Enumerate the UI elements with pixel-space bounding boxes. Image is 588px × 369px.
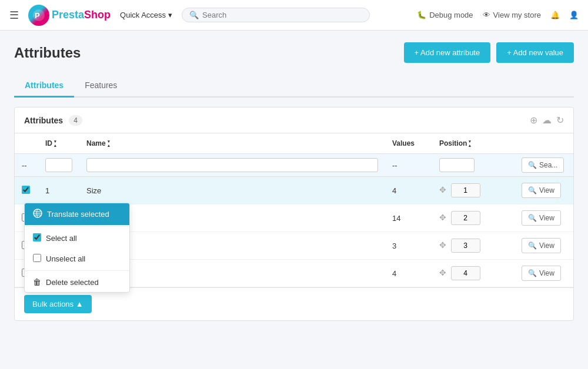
unselect-all-item[interactable]: Unselect all <box>25 249 129 269</box>
search-input[interactable] <box>202 11 362 19</box>
filter-search-button[interactable]: 🔍 Sea... <box>522 157 564 173</box>
add-new-value-button[interactable]: + Add new value <box>496 42 574 63</box>
user-menu-button[interactable]: 👤 <box>569 11 579 19</box>
debug-mode-button[interactable]: 🐛 Debug mode <box>417 11 473 19</box>
view-store-button[interactable]: 👁 View my store <box>483 11 541 19</box>
row-1-name: Size <box>79 177 385 204</box>
checkbox-unchecked-icon <box>33 254 41 264</box>
search-icon: 🔍 <box>189 11 199 19</box>
filter-id-cell[interactable] <box>38 154 79 177</box>
select-all-label: Select all <box>46 234 77 243</box>
drag-handle-icon[interactable]: ✥ <box>439 240 446 250</box>
position-input-1[interactable] <box>451 183 480 197</box>
row-4-position: ✥ <box>432 260 514 287</box>
dropdown-divider-2 <box>25 270 129 271</box>
position-sort-icons: ▾▴ <box>469 139 471 147</box>
row-2-position: ✥ <box>432 204 514 232</box>
table-header-icons: ⊕ ☁ ↻ <box>530 115 564 126</box>
page-header: Attributes + Add new attribute + Add new… <box>14 42 574 63</box>
filter-name-cell[interactable] <box>79 154 385 177</box>
values-header: Values <box>385 133 432 154</box>
logo-icon: P <box>28 5 49 26</box>
filter-row: -- -- 🔍 <box>15 154 573 177</box>
view-button-2[interactable]: 🔍 View <box>522 210 561 226</box>
checkbox-checked-icon <box>33 233 41 243</box>
row-1-actions: 🔍 View <box>514 177 573 204</box>
view-button-4[interactable]: 🔍 View <box>522 266 561 281</box>
row-2-values: 14 <box>385 204 432 232</box>
table-card-header: Attributes 4 ⊕ ☁ ↻ <box>15 108 573 133</box>
tab-features[interactable]: Features <box>74 75 128 98</box>
filter-name-input[interactable] <box>86 158 378 172</box>
bulk-actions-dropdown: Translate selected Select all Unselect <box>24 203 130 293</box>
name-header[interactable]: Name ▾▴ <box>79 133 385 154</box>
filter-position-input[interactable] <box>439 158 475 172</box>
row-2-actions: 🔍 View <box>514 204 573 232</box>
drag-handle-icon[interactable]: ✥ <box>439 185 446 194</box>
view-button-3[interactable]: 🔍 View <box>522 238 561 253</box>
chevron-down-icon: ▾ <box>168 11 172 19</box>
svg-text:P: P <box>35 11 40 20</box>
tab-attributes[interactable]: Attributes <box>14 75 74 98</box>
row-4-values: 4 <box>385 260 432 287</box>
row-4-actions: 🔍 View <box>514 260 573 287</box>
drag-handle-icon[interactable]: ✥ <box>439 213 446 222</box>
bulk-actions-bar: Translate selected Select all Unselect <box>15 287 573 320</box>
filter-search-cell[interactable]: 🔍 Sea... <box>514 154 573 177</box>
table-card: Attributes 4 ⊕ ☁ ↻ ID ▾▴ <box>14 107 574 321</box>
filter-checkbox-cell: -- <box>15 154 38 177</box>
row-1-checkbox-cell[interactable] <box>15 177 38 204</box>
bulk-actions-button[interactable]: Bulk actions ▲ <box>24 295 92 313</box>
id-header[interactable]: ID ▾▴ <box>38 133 79 154</box>
translate-selected-item[interactable]: Translate selected <box>25 203 129 225</box>
debug-mode-label: Debug mode <box>429 11 473 19</box>
filter-id-input[interactable] <box>45 158 72 172</box>
row-1-values: 4 <box>385 177 432 204</box>
quick-access-label: Quick Access <box>120 11 166 19</box>
row-1-checkbox[interactable] <box>22 186 30 194</box>
filter-values-dash: -- <box>392 161 397 170</box>
translate-selected-label: Translate selected <box>47 210 109 219</box>
table-card-title: Attributes <box>24 116 63 125</box>
view-icon-3: 🔍 <box>528 241 537 250</box>
eye-icon: 👁 <box>483 11 490 19</box>
filter-dash: -- <box>22 161 27 170</box>
select-all-item[interactable]: Select all <box>25 228 129 249</box>
search-icon: 🔍 <box>528 161 537 169</box>
hamburger-menu-icon[interactable]: ☰ <box>9 9 19 22</box>
bell-icon: 🔔 <box>550 11 560 19</box>
logo-text: PrestaShop <box>52 9 111 21</box>
filter-position-cell[interactable] <box>432 154 514 177</box>
view-icon-4: 🔍 <box>528 269 537 277</box>
table-header-row: ID ▾▴ Name ▾▴ Values <box>15 133 573 154</box>
refresh-icon[interactable]: ↻ <box>556 115 564 126</box>
translate-icon <box>33 209 42 220</box>
view-icon-1: 🔍 <box>528 186 537 194</box>
add-icon[interactable]: ⊕ <box>530 115 537 126</box>
cloud-icon[interactable]: ☁ <box>542 115 552 126</box>
position-input-2[interactable] <box>451 211 480 225</box>
debug-icon: 🐛 <box>417 11 426 19</box>
view-button-1[interactable]: 🔍 View <box>522 183 561 198</box>
table-row: 1 Size 4 ✥ 🔍 View <box>15 177 573 204</box>
search-bar[interactable]: 🔍 <box>182 8 370 22</box>
actions-header <box>514 133 573 154</box>
row-1-id: 1 <box>38 177 79 204</box>
dropdown-divider-1 <box>25 226 129 227</box>
logo-presta: Presta <box>52 9 84 21</box>
notifications-button[interactable]: 🔔 <box>550 11 560 19</box>
quick-access-menu[interactable]: Quick Access ▾ <box>120 11 172 19</box>
position-header[interactable]: Position ▾▴ <box>432 133 514 154</box>
page-content: Attributes + Add new attribute + Add new… <box>0 31 588 369</box>
position-input-3[interactable] <box>451 239 480 253</box>
delete-selected-item[interactable]: 🗑 Delete selected <box>25 272 129 292</box>
id-sort-icons: ▾▴ <box>54 139 56 147</box>
position-input-4[interactable] <box>451 266 480 280</box>
tabs: Attributes Features <box>14 75 574 98</box>
trash-icon: 🗑 <box>33 277 41 287</box>
drag-handle-icon[interactable]: ✥ <box>439 268 446 277</box>
attributes-count-badge: 4 <box>69 115 82 126</box>
row-3-values: 3 <box>385 232 432 260</box>
user-icon: 👤 <box>569 11 579 19</box>
add-new-attribute-button[interactable]: + Add new attribute <box>404 42 491 63</box>
